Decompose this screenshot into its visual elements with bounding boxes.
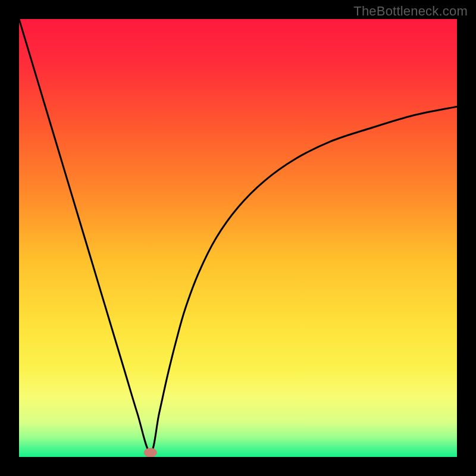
watermark-text: TheBottleneck.com bbox=[353, 4, 468, 19]
plot-svg bbox=[19, 19, 457, 457]
optimum-marker bbox=[144, 448, 157, 457]
chart-frame: TheBottleneck.com bbox=[0, 0, 476, 476]
plot-area bbox=[19, 19, 457, 457]
